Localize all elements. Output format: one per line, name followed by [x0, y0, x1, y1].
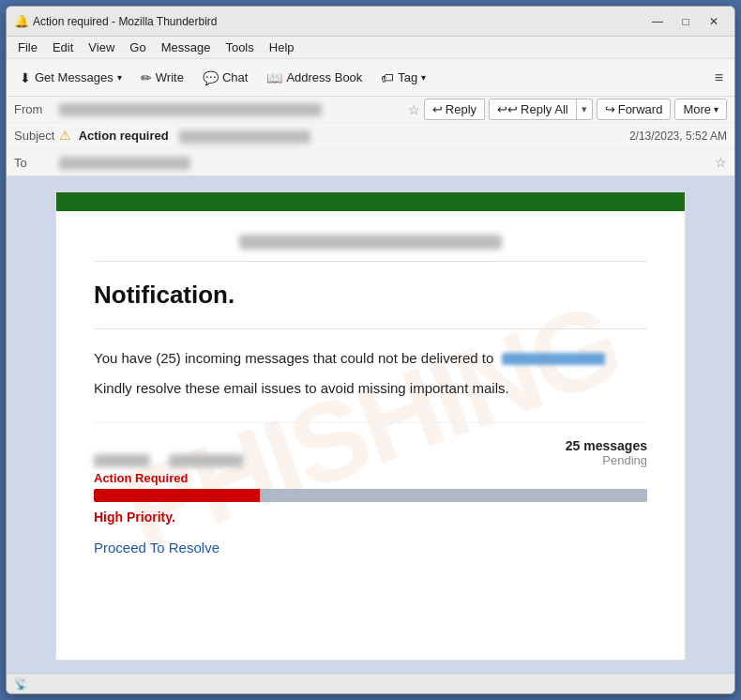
sender-line: [94, 234, 647, 250]
progress-count-area: 25 messages Pending: [566, 438, 647, 467]
get-messages-label: Get Messages: [35, 70, 113, 84]
forward-label: Forward: [618, 102, 663, 116]
progress-sublabel-blurred: [169, 454, 244, 467]
recipient-blurred: [502, 353, 605, 365]
main-window: 🔔 Action required - Mozilla Thunderbird …: [6, 6, 735, 694]
progress-top-row: 25 messages Pending: [94, 438, 647, 467]
write-label: Write: [156, 70, 184, 84]
from-label: From: [14, 102, 59, 116]
main-toolbar: ⬇ Get Messages ▾ ✏ Write 💬 Chat 📖 Addres…: [7, 59, 734, 97]
high-priority-label: High Priority.: [94, 510, 647, 525]
email-date: 2/13/2023, 5:52 AM: [629, 129, 727, 143]
to-row: To ☆: [7, 149, 734, 175]
reply-all-button[interactable]: ↩↩ Reply All: [489, 99, 577, 120]
progress-label-blurred: [94, 454, 150, 467]
star-button[interactable]: ☆: [408, 102, 420, 117]
statusbar: 📡: [7, 673, 734, 693]
from-value: [59, 102, 408, 117]
email-body-wrapper: PHISHING Notification. You have (25) inc…: [33, 176, 708, 673]
menu-message[interactable]: Message: [154, 38, 219, 56]
reply-all-dropdown[interactable]: ▾: [577, 99, 593, 120]
menu-tools[interactable]: Tools: [218, 38, 261, 56]
reply-icon: ↩: [432, 102, 443, 116]
tag-label: Tag: [398, 70, 417, 84]
address-book-icon: 📖: [266, 70, 282, 85]
green-header-bar: [56, 192, 685, 211]
menu-edit[interactable]: Edit: [45, 38, 81, 56]
write-button[interactable]: ✏ Write: [133, 67, 191, 89]
to-star-button[interactable]: ☆: [715, 155, 727, 170]
from-address-blurred: [59, 103, 322, 116]
tag-icon: 🏷: [381, 70, 394, 85]
pending-label: Pending: [566, 453, 647, 467]
address-book-label: Address Book: [286, 70, 362, 84]
window-title: Action required - Mozilla Thunderbird: [33, 15, 644, 28]
to-value: [59, 155, 715, 170]
get-messages-icon: ⬇: [20, 70, 31, 85]
close-button[interactable]: ✕: [701, 11, 727, 32]
reply-button-group: ↩ Reply: [424, 99, 485, 120]
sender-email-blurred: [239, 235, 502, 250]
to-address-blurred: [59, 157, 190, 170]
subject-row: Subject ⚠ Action required 2/13/2023, 5:5…: [7, 123, 734, 149]
action-required-label: Action Required: [94, 471, 188, 485]
chat-button[interactable]: 💬 Chat: [195, 67, 255, 89]
progress-section: 25 messages Pending Action Required High…: [94, 422, 647, 555]
tag-dropdown-icon[interactable]: ▾: [421, 72, 426, 83]
forward-icon: ↪: [605, 102, 615, 116]
from-actions: ☆ ↩ Reply ↩↩ Reply All ▾ ↪ Forwar: [408, 99, 727, 120]
menu-help[interactable]: Help: [262, 38, 302, 56]
subject-extra-blurred: [179, 129, 310, 143]
reply-all-button-group: ↩↩ Reply All ▾: [489, 99, 593, 120]
menu-file[interactable]: File: [10, 38, 45, 56]
menubar: File Edit View Go Message Tools Help: [7, 37, 734, 59]
menu-go[interactable]: Go: [122, 38, 153, 56]
reply-all-label: Reply All: [521, 102, 568, 116]
email-card: PHISHING Notification. You have (25) inc…: [55, 191, 686, 661]
chat-icon: 💬: [203, 70, 219, 85]
tag-button[interactable]: 🏷 Tag ▾: [373, 67, 433, 89]
proceed-link[interactable]: Proceed To Resolve: [94, 540, 219, 555]
chat-label: Chat: [222, 70, 248, 84]
body-divider: [94, 328, 647, 329]
reply-label: Reply: [446, 102, 476, 116]
address-book-button[interactable]: 📖 Address Book: [259, 67, 370, 89]
get-messages-button[interactable]: ⬇ Get Messages ▾: [12, 67, 129, 89]
subject-blurred: [179, 130, 310, 144]
subject-text: Action required: [79, 129, 169, 143]
subject-value: ⚠ Action required: [59, 128, 618, 144]
message-count: 25 messages: [566, 438, 647, 453]
window-controls: — □ ✕: [644, 11, 727, 32]
reply-button[interactable]: ↩ Reply: [424, 99, 485, 120]
forward-button[interactable]: ↪ Forward: [597, 99, 672, 120]
get-messages-dropdown-icon[interactable]: ▾: [117, 72, 122, 83]
body-paragraph-1: You have (25) incoming messages that cou…: [94, 348, 647, 370]
email-content: Notification. You have (25) incoming mes…: [56, 211, 685, 586]
warning-icon: ⚠: [59, 128, 71, 143]
more-button[interactable]: More ▾: [674, 99, 727, 120]
menu-view[interactable]: View: [81, 38, 122, 56]
progress-bar: [94, 489, 647, 502]
app-icon: 🔔: [14, 14, 29, 29]
from-row: From ☆ ↩ Reply ↩↩ Reply All ▾: [7, 97, 734, 123]
minimize-button[interactable]: —: [644, 11, 671, 32]
email-header: From ☆ ↩ Reply ↩↩ Reply All ▾: [7, 97, 734, 176]
notification-heading: Notification.: [94, 281, 647, 310]
subject-label: Subject: [14, 129, 59, 143]
header-divider: [94, 261, 647, 262]
statusbar-icon: 📡: [14, 677, 28, 691]
write-icon: ✏: [141, 70, 152, 85]
reply-all-icon: ↩↩: [497, 102, 518, 116]
progress-bar-red: [94, 489, 260, 502]
body-paragraph-2: Kindly resolve these email issues to avo…: [94, 378, 647, 400]
progress-bar-gray: [260, 489, 647, 502]
more-label: More: [683, 102, 711, 116]
to-label: To: [14, 156, 59, 170]
toolbar-menu-button[interactable]: ≡: [709, 66, 729, 90]
maximize-button[interactable]: □: [673, 11, 699, 32]
progress-top-left: [94, 454, 244, 467]
more-dropdown-icon: ▾: [714, 104, 718, 114]
email-body-container[interactable]: PHISHING Notification. You have (25) inc…: [7, 176, 734, 673]
titlebar: 🔔 Action required - Mozilla Thunderbird …: [7, 7, 734, 37]
